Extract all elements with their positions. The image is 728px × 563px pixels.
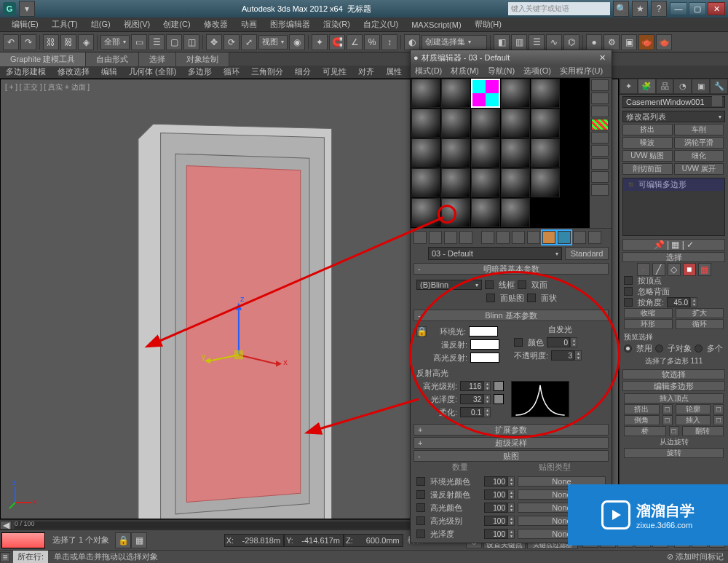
material-type-button[interactable]: Standard [565,247,609,260]
shrink-button[interactable]: 收缩 [624,308,673,318]
mat-menu-material[interactable]: 材质(M) [446,64,483,78]
bg-icon[interactable] [591,106,609,117]
show-end-result-icon[interactable] [558,231,571,244]
tab-display-icon[interactable]: ▣ [692,79,710,94]
select-icon[interactable]: ▭ [131,34,147,50]
tab-hierarchy-icon[interactable]: 品 [656,79,674,94]
mod-uvwmap[interactable]: UVW 贴图 [622,150,673,162]
rb-align[interactable]: 对齐 [352,65,380,79]
rollout-shader-params[interactable]: -明暗器基本参数 [414,263,609,275]
rollout-extended[interactable]: +扩展参数 [414,424,609,436]
rotate-icon[interactable]: ⟳ [223,34,240,50]
menu-create[interactable]: 创建(C) [157,17,196,31]
mat-menu-options[interactable]: 选项(O) [519,64,555,78]
mod-slice[interactable]: 剖切前面 [622,163,673,175]
rb-geom[interactable]: 几何体 (全部) [123,65,182,79]
rb-subd[interactable]: 细分 [289,65,317,79]
rb-tri[interactable]: 三角剖分 [245,65,289,79]
menu-modifiers[interactable]: 修改器 [198,17,234,31]
rollout-selection[interactable]: 选择 [622,252,725,262]
ribbon-tab-selection[interactable]: 选择 [139,52,176,66]
subobj-edge-icon[interactable]: ╱ [652,263,665,276]
rb-mod-sel[interactable]: 修改选择 [52,65,95,79]
reset-map-icon[interactable] [459,231,472,244]
mat-slot-17[interactable] [441,168,470,197]
subobj-element-icon[interactable]: ▦ [698,263,711,276]
ambient-swatch[interactable] [469,326,498,336]
mod-tessellate[interactable]: 细化 [674,150,724,162]
menu-graph[interactable]: 图形编辑器 [264,17,316,31]
ref-coord-dropdown[interactable]: 视图 [258,35,288,50]
mat-slot-13[interactable] [471,138,500,168]
coord-z[interactable]: Z:600.0mm [344,534,403,547]
ribbon-tab-freeform[interactable]: 自由形式 [86,52,139,66]
extrude-button[interactable]: 挤出 [624,404,660,414]
menu-tools[interactable]: 工具(T) [46,17,84,31]
rb-poly-model[interactable]: 多边形建模 [0,65,52,79]
coord-y[interactable]: Y:-414.617m [284,534,344,547]
subobj-border-icon[interactable]: ◇ [668,263,681,276]
self-illum-color-checkbox[interactable] [514,338,523,347]
material-name-dropdown[interactable]: 03 - Default [428,247,562,260]
mat-menu-nav[interactable]: 导航(N) [483,64,519,78]
help-search-input[interactable]: 键入关键字或短语 [508,2,610,15]
named-sel-icon[interactable]: ◐ [404,34,420,50]
sample-type-icon[interactable] [591,79,609,91]
mat-close-button[interactable]: ✕ [596,53,609,63]
show-map-viewport-icon[interactable] [542,231,555,244]
rb-polys[interactable]: 多边形 [182,65,218,79]
mat-slot-7[interactable] [441,109,470,138]
schematic-icon[interactable]: ⌬ [563,34,579,50]
tab-modify-icon[interactable]: 🧩 [638,79,656,94]
rb-vis[interactable]: 可见性 [317,65,352,79]
lock-ambient-icon[interactable]: 🔒 [416,326,427,336]
grow-button[interactable]: 扩大 [676,308,724,318]
faceted-checkbox[interactable] [527,294,536,302]
render-icon[interactable]: 🫖 [638,34,654,50]
subobj-vertex-icon[interactable]: · [637,263,650,276]
select-by-mat-icon[interactable] [591,171,609,183]
align-icon[interactable]: ▥ [511,34,527,50]
backlight-icon[interactable] [591,92,609,104]
rollout-edit-poly[interactable]: 编辑多边形 [622,381,725,391]
mod-noise[interactable]: 噪波 [622,137,673,149]
search-icon[interactable]: 🔍 [613,1,629,17]
manipulate-icon[interactable]: ✦ [312,34,328,50]
lock-icon[interactable]: 🔒 [115,532,131,548]
script-icon[interactable]: ≡ [0,552,10,562]
go-parent-icon[interactable] [573,231,586,244]
material-id-icon[interactable] [527,231,540,244]
select-filter-dropdown[interactable]: 全部 [100,35,130,50]
angle-snap-icon[interactable]: ∠ [347,34,363,50]
menu-view[interactable]: 视图(V) [118,17,157,31]
window-cross-icon[interactable]: ◫ [183,34,199,50]
face-map-checkbox[interactable] [486,294,495,302]
mat-menu-util[interactable]: 实用程序(U) [555,64,607,78]
put-to-library-icon[interactable] [512,231,525,244]
specular-level-spinner[interactable] [460,381,483,391]
mat-slot-11[interactable] [411,138,440,168]
mat-slot-8[interactable] [471,109,500,138]
mat-slot-2[interactable] [441,79,470,108]
by-vertex-checkbox[interactable] [624,276,633,285]
tab-motion-icon[interactable]: ◔ [673,79,692,94]
subobj-polygon-icon[interactable]: ■ [683,263,696,276]
spinner-snap-icon[interactable]: ↕ [381,34,397,50]
scale-icon[interactable]: ⤢ [241,34,257,50]
ribbon-tab-paint[interactable]: 对象绘制 [176,52,229,66]
pick-material-icon[interactable] [414,248,425,259]
mat-slot-21[interactable] [411,198,440,227]
bind-icon[interactable]: ◈ [78,34,94,50]
insert-vertex-button[interactable]: 插入顶点 [624,393,724,403]
menu-animation[interactable]: 动画 [235,17,263,31]
rb-edit[interactable]: 编辑 [95,65,123,79]
add-time-tag[interactable]: ⊘ 添加时间标记 [662,551,728,562]
mat-slot-6[interactable] [411,109,440,138]
menu-maxscript[interactable]: MAXScript(M) [405,19,467,31]
mod-unwrap[interactable]: UVW 展开 [674,163,724,175]
redo-icon[interactable]: ↷ [20,34,36,50]
put-to-scene-icon[interactable] [429,231,442,244]
mat-slot-5[interactable] [531,79,560,108]
mat-slot-4[interactable] [501,79,530,108]
render-frame-icon[interactable]: ▣ [621,34,637,50]
